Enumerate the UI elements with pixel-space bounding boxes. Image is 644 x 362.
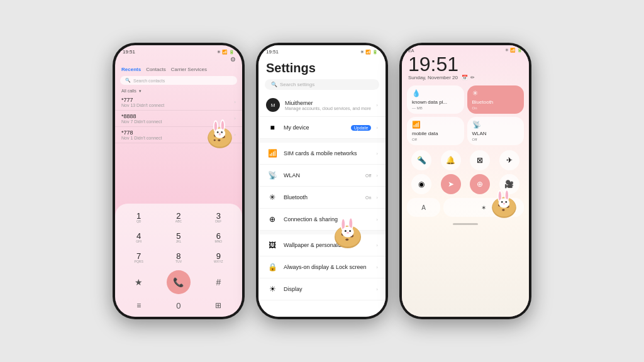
cc-tile-data[interactable]: 💧 known data pl... — MB — [407, 85, 464, 114]
bluetooth-tile-icon: ✳ — [472, 89, 519, 97]
tab-contacts[interactable]: Contacts — [146, 67, 166, 72]
eye-button[interactable]: ◉ — [411, 174, 431, 194]
settings-item-connection[interactable]: ⊕ Connection & sharing › — [258, 209, 386, 231]
dialpad-row-2: 4GHI 5JKL 6MNO — [119, 229, 238, 246]
dial-grid-icon[interactable]: ⊞ — [206, 297, 230, 314]
status-bar-settings: 19:51 ✳ 📶 🔋 — [258, 45, 386, 56]
data-icon: 💧 — [412, 89, 459, 97]
dialpad-row-1: 1QD 2ABC 3DEF — [119, 209, 238, 226]
bluetooth-status: On — [365, 195, 371, 200]
call-item-1[interactable]: *777 Nov 13 Didn't connect › — [115, 94, 242, 111]
settings-item-miuithemer[interactable]: M Miuithemer Manage accounts, cloud serv… — [258, 94, 386, 117]
dialer-tabs: Recents Contacts Carrier Services — [115, 64, 242, 75]
chevron-icon: › — [376, 265, 378, 270]
mobile-data-icon: 📶 — [412, 121, 459, 129]
brightness-icon: ✶ — [481, 204, 486, 211]
status-icons: ✳ 📶 🔋 — [360, 50, 378, 55]
tab-carrier[interactable]: Carrier Services — [171, 67, 207, 72]
call-list: *777 Nov 13 Didn't connect › *8888 Nov 7… — [115, 94, 242, 204]
chevron-icon: › — [376, 243, 378, 248]
location-button[interactable]: ➤ — [441, 174, 461, 194]
cc-font-tile[interactable]: A — [407, 198, 440, 217]
svg-point-4 — [218, 139, 220, 141]
camera-button[interactable]: 🎥 — [499, 174, 519, 194]
screen-button[interactable]: ⊠ — [470, 150, 490, 170]
settings-item-wlan[interactable]: 📡 WLAN Off › — [258, 165, 386, 187]
search-placeholder: Search contacts — [133, 79, 165, 83]
settings-item-bluetooth[interactable]: ✳ Bluetooth On › — [258, 187, 386, 209]
status-icons: ✳ 📶 🔋 — [217, 50, 235, 55]
cc-tile-wlan[interactable]: 📡 WLAN Off — [467, 117, 525, 145]
wallpaper-icon: 🖼 — [266, 239, 279, 251]
dial-zero[interactable]: 0 — [167, 297, 191, 314]
phone-settings: 19:51 ✳ 📶 🔋 Settings 🔍 Search settings M… — [256, 43, 388, 319]
dial-key-3[interactable]: 3DEF — [206, 209, 230, 226]
cc-brightness-tile[interactable]: ✶ — [443, 198, 524, 217]
bell-button[interactable]: 🔔 — [441, 150, 461, 170]
settings-item-lock[interactable]: 🔒 Always-on display & Lock screen › — [258, 256, 386, 278]
cc-tile-mobile-data[interactable]: 📶 mobile data Off — [407, 117, 464, 145]
dial-key-1[interactable]: 1QD — [127, 209, 151, 226]
lock-icon: 🔒 — [266, 261, 279, 273]
cc-quick-tiles: 💧 known data pl... — MB ✳ Bluetooth On 📶… — [402, 83, 529, 148]
sim-icon: 📶 — [266, 147, 279, 160]
dial-key-2[interactable]: 2ABC — [167, 209, 191, 226]
cc-status-bar: EA ✳ 📶 🔋 — [402, 45, 529, 53]
bluetooth-icon: ✳ — [266, 191, 279, 204]
cc-date: Sunday, November 20 — [408, 75, 458, 80]
chevron-icon: › — [234, 99, 236, 105]
phone-dialer: 19:51 ✳ 📶 🔋 ⚙ Recents Contacts Carrier S… — [113, 43, 245, 319]
display-icon: ☀ — [266, 283, 279, 295]
home-bar — [453, 223, 478, 225]
calendar-icon[interactable]: 📅 — [462, 75, 468, 80]
settings-search[interactable]: 🔍 Search settings — [265, 79, 379, 90]
cookie-character — [203, 119, 237, 153]
settings-icon[interactable]: ⚙ — [230, 56, 236, 63]
dial-key-4[interactable]: 4GHI — [127, 229, 151, 246]
svg-point-5 — [214, 140, 216, 141]
update-badge: Update — [351, 125, 372, 131]
settings-item-mydevice[interactable]: ■ My device Update › — [258, 117, 386, 139]
dial-menu-icon[interactable]: ≡ — [127, 297, 151, 314]
dial-key-star[interactable]: ★ — [127, 273, 151, 291]
control-screen: EA ✳ 📶 🔋 19:51 Sunday, November 20 📅 ✏ — [402, 45, 529, 317]
chevron-icon: › — [376, 173, 378, 178]
wlan-icon: 📡 — [266, 169, 279, 182]
dial-key-hash[interactable]: # — [206, 273, 230, 291]
settings-item-display[interactable]: ☀ Display › — [258, 278, 386, 300]
status-time: 19:51 — [123, 49, 135, 55]
svg-point-12 — [221, 131, 223, 133]
cc-icon-row-2: ◉ ➤ ⊕ 🎥 — [402, 173, 529, 195]
search-placeholder: Search settings — [280, 82, 314, 87]
settings-item-sim[interactable]: 📶 SIM cards & mobile networks › — [258, 143, 386, 165]
dialpad: 1QD 2ABC 3DEF 4GHI 5JKL — [115, 204, 242, 317]
cc-icon-row-1: 🔦 🔔 ⊠ ✈ — [402, 148, 529, 173]
cc-bottom-tiles: A ✶ — [402, 195, 529, 219]
status-icons-cc: ✳ 📶 🔋 — [505, 48, 523, 53]
dial-key-8[interactable]: 8TUV — [167, 249, 191, 266]
connection-icon: ⊕ — [266, 213, 279, 226]
refresh-button[interactable]: ⊕ — [470, 174, 490, 194]
wlan-status: Off — [365, 173, 371, 178]
chevron-icon: › — [376, 217, 378, 222]
status-time: 19:51 — [266, 49, 279, 55]
edit-icon[interactable]: ✏ — [470, 75, 475, 80]
airplane-button[interactable]: ✈ — [499, 150, 519, 170]
chevron-icon: › — [376, 195, 378, 200]
dial-key-6[interactable]: 6MNO — [206, 229, 230, 246]
dial-key-9[interactable]: 9WXYZ — [206, 249, 230, 266]
settings-item-wallpaper[interactable]: 🖼 Wallpaper & personalization › — [258, 234, 386, 256]
call-button[interactable]: 📞 — [167, 270, 191, 294]
svg-point-14 — [222, 131, 223, 132]
dial-key-5[interactable]: 5JKL — [167, 229, 191, 246]
dialpad-bottom: ★ 📞 # — [119, 269, 238, 295]
device-icon: ■ — [266, 121, 279, 134]
settings-screen: 19:51 ✳ 📶 🔋 Settings 🔍 Search settings M… — [258, 45, 386, 317]
chevron-icon: › — [376, 102, 378, 108]
dial-key-7[interactable]: 7PQRS — [127, 249, 151, 266]
cc-tile-bluetooth[interactable]: ✳ Bluetooth On — [467, 85, 525, 114]
flashlight-button[interactable]: 🔦 — [411, 150, 431, 170]
tab-recents[interactable]: Recents — [121, 67, 141, 72]
dialer-search[interactable]: 🔍 Search contacts — [120, 76, 237, 85]
chevron-icon: › — [376, 125, 378, 131]
